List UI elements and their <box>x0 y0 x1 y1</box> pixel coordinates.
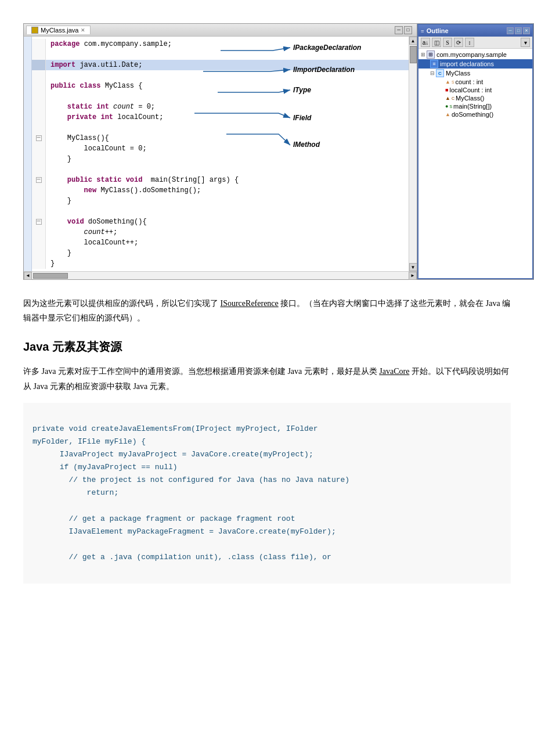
code-line-22: } <box>32 258 409 269</box>
line-content-11: localCount = 0; <box>46 143 147 154</box>
outline-item-localcount[interactable]: ■ localCount : int <box>418 86 532 94</box>
editor-body: package com.mycompany.sample; <box>24 37 417 271</box>
kw-class: class <box>80 81 100 91</box>
outline-item-package[interactable]: ⊞ ⊞ com.mycompany.sample <box>418 50 532 59</box>
gutter-3 <box>32 60 46 70</box>
code-line-cb-5: // the project is not configured for Jav… <box>33 476 349 484</box>
gutter-22 <box>32 258 46 269</box>
expand-all-button[interactable]: ↕ <box>465 38 474 47</box>
outline-count-label: count : int <box>456 78 484 85</box>
code-line-7: static int count = 0; <box>32 102 409 112</box>
kw-private: private <box>67 112 96 123</box>
hide-fields-button[interactable]: ◫ <box>432 38 441 47</box>
outline-main-label: main(String[]) <box>453 103 492 110</box>
code-line-1: package com.mycompany.sample; <box>32 39 409 49</box>
outline-tree: ⊞ ⊞ com.mycompany.sample ≡ import declar… <box>418 49 532 278</box>
constructor-name: MyClass(){ <box>67 133 109 143</box>
outline-item-myclass[interactable]: ⊟ C MyClass <box>418 69 532 78</box>
paragraph-1: 因为这些元素可以提供相应的源代码，所以它们实现了 ISourceReferenc… <box>23 296 511 325</box>
outline-pkg-label: com.mycompany.sample <box>436 51 507 58</box>
maximize-button[interactable]: □ <box>404 26 412 34</box>
fold-icon-14[interactable]: ─ <box>36 177 42 183</box>
field-count: count <box>113 102 134 112</box>
gutter-20 <box>32 237 46 248</box>
kw-int: int <box>96 102 109 112</box>
outline-item-count[interactable]: ▲ S count : int <box>418 78 532 86</box>
imports-tree-icon: ≡ <box>430 60 438 68</box>
code-line-10: ─ MyClass(){ <box>32 133 409 143</box>
line-content-20: localCount++; <box>46 237 138 248</box>
gutter-14: ─ <box>32 175 46 185</box>
paragraph-2: 许多 Java 元素对应于工作空间中的通用资源。当您想根据通用资源来创建 Jav… <box>23 364 511 393</box>
outline-item-main[interactable]: ● S main(String[]) <box>418 102 532 110</box>
isource-reference-link[interactable]: ISourceReference <box>221 299 279 308</box>
fold-icon-18[interactable]: ─ <box>36 219 42 225</box>
hide-static-button[interactable]: S <box>443 38 452 47</box>
code-line-cb-1: private void createJavaElementsFrom(IPro… <box>33 424 317 433</box>
scroll-thumb[interactable] <box>410 46 417 63</box>
line-content-12: } <box>46 154 71 164</box>
outline-title-left: ≡ Outline <box>421 27 449 34</box>
class-name: MyClass { <box>105 81 143 91</box>
view-menu-button[interactable]: ▾ <box>521 38 530 47</box>
code-line-21: } <box>32 248 409 258</box>
code-block: private void createJavaElementsFrom(IPro… <box>23 403 511 584</box>
sort-alpha-button[interactable]: a↓ <box>421 38 430 47</box>
outline-close-btn[interactable]: ✕ <box>523 27 530 34</box>
line-content-7: static int count = 0; <box>46 102 155 112</box>
gutter-15 <box>32 185 46 196</box>
code-line-6 <box>32 91 409 102</box>
code-line-cb-4: if (myJavaProject == null) <box>33 463 178 471</box>
constructor-triangle: ▲ <box>445 95 450 101</box>
outline-item-dosomething[interactable]: ▲ doSomething() <box>418 110 532 118</box>
minimize-button[interactable]: ─ <box>395 26 403 34</box>
scroll-up-arrow[interactable]: ▲ <box>409 37 417 45</box>
javacore-link[interactable]: JavaCore <box>379 367 409 376</box>
code-line-cb-9: IJavaElement myPackageFragment = JavaCor… <box>33 527 336 536</box>
gutter-21 <box>32 248 46 258</box>
code-line-cb-8: // get a package fragment or package fra… <box>33 514 295 523</box>
line-content-9 <box>46 123 55 133</box>
editor-hscrollbar[interactable]: ◄ ► <box>24 271 417 279</box>
gutter-1 <box>32 39 46 49</box>
pkg-name: com.mycompany.sample; <box>84 39 172 49</box>
outline-item-constructor[interactable]: ▲ C MyClass() <box>418 94 532 102</box>
line-content-14: public static void main(String[] args) { <box>46 175 239 185</box>
field-static-triangle: ▲ <box>445 79 450 85</box>
outline-panel: ≡ Outline ─ □ ✕ a↓ ◫ S ⟳ ↕ <box>417 24 533 279</box>
code-line-cb-6: return; <box>33 488 118 497</box>
import-name: java.util.Date; <box>80 60 142 70</box>
outline-view-icon: ≡ <box>421 28 424 34</box>
outline-toolbar: a↓ ◫ S ⟳ ↕ ▾ <box>418 37 532 49</box>
kw-import: import <box>50 60 75 70</box>
line-content-22: } <box>46 258 55 269</box>
field-red-square: ■ <box>445 87 448 93</box>
gutter-8 <box>32 112 46 123</box>
scroll-down-arrow[interactable]: ▼ <box>409 263 417 271</box>
sync-button[interactable]: ⟳ <box>454 38 463 47</box>
code-line-13 <box>32 164 409 175</box>
outline-maximize[interactable]: □ <box>515 27 522 34</box>
method-orange-triangle: ▲ <box>445 111 450 117</box>
expand-icon-pkg: ⊞ <box>421 52 425 57</box>
code-area[interactable]: package com.mycompany.sample; <box>32 37 409 271</box>
code-line-11: localCount = 0; <box>32 143 409 154</box>
editor-tab-label: MyClass.java <box>41 27 78 34</box>
code-line-18: ─ void doSomething(){ <box>32 217 409 227</box>
outline-item-imports[interactable]: ≡ import declarations <box>418 59 532 69</box>
expand-icon-class: ⊟ <box>430 70 435 76</box>
kw-public: public <box>50 81 75 91</box>
gutter-4 <box>32 70 46 81</box>
code-line-3: import java.util.Date; <box>32 60 409 70</box>
hscroll-right[interactable]: ► <box>409 272 417 280</box>
pkg-tree-icon: ⊞ <box>427 51 435 59</box>
tab-close-icon[interactable]: ✕ <box>81 27 85 33</box>
fold-icon-10[interactable]: ─ <box>36 135 42 141</box>
editor-tab[interactable]: MyClass.java ✕ <box>26 26 91 34</box>
hscroll-thumb[interactable] <box>33 273 68 279</box>
outline-minimize[interactable]: ─ <box>507 27 514 34</box>
line-content-21: } <box>46 248 71 258</box>
editor-titlebar-left: MyClass.java ✕ <box>26 26 91 34</box>
hscroll-left[interactable]: ◄ <box>24 272 32 280</box>
editor-vscrollbar[interactable]: ▲ ▼ <box>409 37 417 271</box>
